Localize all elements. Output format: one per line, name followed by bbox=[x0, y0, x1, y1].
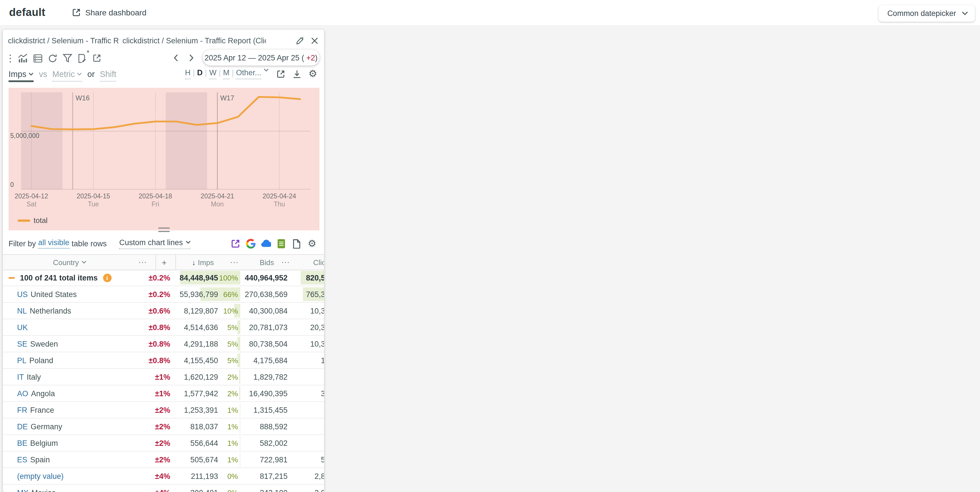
dashboard-title: default bbox=[9, 6, 45, 19]
table-row[interactable]: SE Sweden ±0.8% 4,291,188 5% 80,738,504 … bbox=[3, 336, 324, 352]
chart-resize-handle[interactable] bbox=[158, 227, 170, 234]
bids-value: 1,315,455 bbox=[242, 402, 288, 418]
clicks-cell: 33 bbox=[301, 419, 324, 434]
widget-title-right[interactable]: clickdistrict / Selenium - Traffic Repor… bbox=[123, 36, 266, 45]
column-header-imps[interactable]: ↓ Imps bbox=[192, 255, 214, 270]
imps-percent: 5% bbox=[227, 319, 238, 335]
country-cell[interactable]: 100 of 241 total items i bbox=[17, 270, 111, 286]
date-prev-button[interactable] bbox=[170, 50, 181, 65]
imps-value: 556,644 bbox=[190, 435, 218, 451]
table-settings-gear-icon[interactable]: ⚙ bbox=[307, 238, 317, 249]
imps-percent: 100% bbox=[219, 270, 238, 286]
country-cell[interactable]: PL Poland bbox=[17, 352, 53, 368]
granularity-option-m[interactable]: M bbox=[223, 69, 229, 79]
edit-title-icon[interactable] bbox=[296, 37, 304, 45]
custom-chart-lines-dropdown[interactable]: Custom chart lines bbox=[119, 238, 191, 249]
country-cell[interactable]: (empty value) bbox=[17, 468, 64, 484]
country-cell[interactable]: FR France bbox=[17, 402, 54, 418]
filter-icon[interactable] bbox=[62, 52, 73, 64]
date-range-button[interactable]: 2025 Apr 12 — 2025 Apr 25 ( +2) bbox=[203, 50, 320, 65]
country-cell[interactable]: UK bbox=[17, 319, 28, 335]
share-external-link-icon bbox=[72, 8, 81, 17]
share-dashboard-button[interactable]: Share dashboard bbox=[72, 8, 146, 17]
country-cell[interactable]: NL Netherlands bbox=[17, 303, 71, 319]
table-row[interactable]: FR France ±2% 1,253,391 1% 1,315,455 66 bbox=[3, 402, 324, 419]
imps-percent: 1% bbox=[227, 402, 238, 418]
table-row[interactable]: 100 of 241 total items i ±0.2% 84,448,94… bbox=[3, 270, 324, 286]
open-external-icon[interactable] bbox=[91, 52, 102, 64]
close-widget-icon[interactable] bbox=[311, 37, 318, 44]
imps-column-menu-icon[interactable]: ⋯ bbox=[230, 255, 239, 270]
spreadsheet-icon[interactable] bbox=[276, 238, 286, 249]
table-row[interactable]: AO Angola ±1% 1,577,942 2% 16,490,395 39… bbox=[3, 385, 324, 402]
clicks-cell: 820,527 bbox=[301, 270, 324, 286]
imps-cell: 1,253,391 1% bbox=[180, 402, 240, 418]
uncertainty-cell: ±0.8% bbox=[134, 352, 170, 368]
svg-text:2025-04-15: 2025-04-15 bbox=[76, 192, 110, 200]
compare-metric-dropdown[interactable]: Metric bbox=[52, 70, 82, 81]
file-icon[interactable] bbox=[291, 238, 302, 249]
column-header-bids[interactable]: Bids bbox=[260, 255, 274, 270]
table-row[interactable]: UK ±0.8% 4,514,636 5% 20,781,073 20,316 bbox=[3, 319, 324, 336]
open-chart-external-icon[interactable] bbox=[276, 69, 285, 78]
info-icon[interactable]: i bbox=[103, 273, 111, 282]
country-cell[interactable]: ES Spain bbox=[17, 452, 50, 468]
country-cell[interactable]: SE Sweden bbox=[17, 336, 58, 352]
granularity-option-d[interactable]: D bbox=[197, 69, 203, 79]
export-external-link-icon[interactable] bbox=[230, 238, 240, 249]
imps-value: 84,448,945 bbox=[180, 270, 218, 286]
table-row[interactable]: MX Mexico ±4% 200,401 0% 243,100 3,013 bbox=[3, 485, 324, 492]
clicks-value: 553 bbox=[321, 452, 324, 468]
table-row[interactable]: BE Belgium ±2% 556,644 1% 582,002 31 bbox=[3, 435, 324, 452]
column-header-country[interactable]: Country bbox=[53, 255, 86, 270]
kebab-menu-icon[interactable]: ⋮ bbox=[7, 52, 14, 64]
refresh-icon[interactable] bbox=[47, 52, 58, 64]
imps-percent: 5% bbox=[227, 336, 238, 352]
table-row[interactable]: PL Poland ±0.8% 4,155,450 5% 4,175,684 1… bbox=[3, 352, 324, 369]
common-datepicker-dropdown[interactable]: Common datepicker bbox=[879, 5, 975, 22]
clicks-value: 3,013 bbox=[314, 485, 324, 492]
download-chart-icon[interactable] bbox=[293, 69, 301, 78]
add-column-button[interactable]: + bbox=[162, 255, 167, 270]
date-next-button[interactable] bbox=[186, 50, 197, 65]
country-column-menu-icon[interactable]: ⋯ bbox=[138, 255, 148, 270]
granularity-option-other[interactable]: Other... bbox=[236, 69, 261, 79]
bids-column-menu-icon[interactable]: ⋯ bbox=[281, 255, 290, 270]
country-name: France bbox=[30, 406, 54, 414]
google-icon[interactable] bbox=[245, 238, 256, 249]
table-row[interactable]: US United States ±0.2% 55,936,799 66% 27… bbox=[3, 286, 324, 303]
save-view-icon[interactable]: * bbox=[76, 52, 88, 64]
svg-text:Mon: Mon bbox=[211, 200, 224, 208]
granularity-option-w[interactable]: W bbox=[209, 69, 217, 79]
country-name: Italy bbox=[27, 372, 41, 381]
filter-visibility-link[interactable]: all visible bbox=[38, 238, 70, 249]
svg-text:Sat: Sat bbox=[27, 200, 37, 208]
traffic-chart: W16W175,000,00002025-04-12Sat2025-04-15T… bbox=[8, 88, 320, 230]
chart-settings-gear-icon[interactable]: ⚙ bbox=[309, 69, 317, 79]
table-row[interactable]: DE Germany ±2% 818,037 1% 888,592 33 bbox=[3, 419, 324, 435]
table-row[interactable]: NL Netherlands ±0.6% 8,129,807 10% 40,30… bbox=[3, 303, 324, 319]
country-cell[interactable]: US United States bbox=[17, 286, 77, 302]
table-filter-row: Filter by all visible table rows Custom … bbox=[8, 234, 317, 253]
selected-metric-dropdown[interactable]: Imps bbox=[8, 70, 34, 82]
country-cell[interactable]: IT Italy bbox=[17, 369, 41, 385]
country-cell[interactable]: BE Belgium bbox=[17, 435, 58, 451]
column-header-clicks[interactable]: Clicks bbox=[313, 255, 324, 270]
table-row[interactable]: ES Spain ±2% 505,674 1% 722,981 553 bbox=[3, 452, 324, 468]
legend-label[interactable]: total bbox=[33, 216, 48, 225]
table-row[interactable]: (empty value) ±4% 211,193 0% 817,215 2,8… bbox=[3, 468, 324, 485]
table-row[interactable]: IT Italy ±1% 1,620,129 2% 1,829,782 72 bbox=[3, 369, 324, 385]
country-cell[interactable]: AO Angola bbox=[17, 385, 55, 401]
granularity-option-h[interactable]: H bbox=[185, 69, 191, 79]
clicks-value: 10,354 bbox=[310, 336, 324, 352]
country-name: Germany bbox=[31, 422, 62, 431]
bids-value: 270,638,569 bbox=[242, 286, 288, 302]
cloud-icon[interactable] bbox=[261, 238, 271, 249]
chart-view-icon[interactable] bbox=[17, 52, 29, 64]
country-cell[interactable]: DE Germany bbox=[17, 419, 62, 434]
country-cell[interactable]: MX Mexico bbox=[17, 485, 56, 492]
shift-selector[interactable]: Shift bbox=[100, 70, 116, 81]
country-code: (empty value) bbox=[17, 472, 64, 480]
widget-title-left[interactable]: clickdistrict / Selenium - Traffic R... bbox=[8, 36, 119, 45]
table-view-icon[interactable] bbox=[32, 52, 43, 64]
